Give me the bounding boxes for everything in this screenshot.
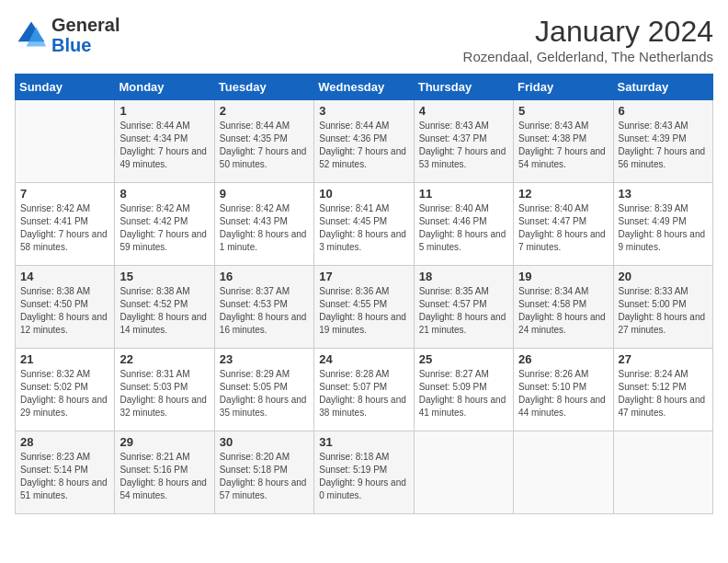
day-number: 19	[518, 270, 608, 283]
day-cell: 19Sunrise: 8:34 AMSunset: 4:58 PMDayligh…	[514, 266, 613, 349]
day-number: 20	[619, 270, 708, 283]
day-info: Sunrise: 8:34 AMSunset: 4:58 PMDaylight:…	[518, 285, 608, 337]
day-info: Sunrise: 8:20 AMSunset: 5:18 PMDaylight:…	[220, 451, 309, 502]
day-cell: 15Sunrise: 8:38 AMSunset: 4:52 PMDayligh…	[115, 266, 214, 349]
day-info: Sunrise: 8:38 AMSunset: 4:52 PMDaylight:…	[119, 285, 209, 337]
day-number: 21	[20, 352, 109, 366]
day-cell: 23Sunrise: 8:29 AMSunset: 5:05 PMDayligh…	[214, 349, 313, 431]
day-cell: 11Sunrise: 8:40 AMSunset: 4:46 PMDayligh…	[414, 183, 513, 266]
day-cell: 30Sunrise: 8:20 AMSunset: 5:18 PMDayligh…	[214, 431, 313, 514]
day-info: Sunrise: 8:36 AMSunset: 4:55 PMDaylight:…	[319, 285, 408, 337]
day-number: 10	[319, 187, 408, 201]
header-thursday: Thursday	[414, 75, 513, 100]
day-number: 23	[220, 352, 309, 366]
calendar-header-row: SundayMondayTuesdayWednesdayThursdayFrid…	[16, 75, 713, 100]
day-info: Sunrise: 8:39 AMSunset: 4:49 PMDaylight:…	[619, 202, 708, 254]
day-cell: 29Sunrise: 8:21 AMSunset: 5:16 PMDayligh…	[115, 431, 214, 514]
day-number: 2	[220, 104, 309, 118]
day-cell	[514, 431, 613, 514]
day-info: Sunrise: 8:40 AMSunset: 4:46 PMDaylight:…	[419, 202, 508, 254]
header-wednesday: Wednesday	[314, 75, 414, 100]
location: Rozendaal, Gelderland, The Netherlands	[463, 49, 713, 64]
day-info: Sunrise: 8:24 AMSunset: 5:12 PMDaylight:…	[619, 368, 708, 419]
day-cell: 2Sunrise: 8:44 AMSunset: 4:35 PMDaylight…	[214, 100, 313, 183]
day-number: 6	[619, 104, 708, 118]
day-cell: 12Sunrise: 8:40 AMSunset: 4:47 PMDayligh…	[514, 183, 613, 266]
title-block: January 2024 Rozendaal, Gelderland, The …	[463, 15, 713, 64]
day-number: 18	[419, 270, 508, 283]
day-cell: 14Sunrise: 8:38 AMSunset: 4:50 PMDayligh…	[16, 266, 115, 349]
day-info: Sunrise: 8:33 AMSunset: 5:00 PMDaylight:…	[619, 285, 708, 337]
day-info: Sunrise: 8:35 AMSunset: 4:57 PMDaylight:…	[419, 285, 508, 337]
day-cell	[613, 431, 712, 514]
header-sunday: Sunday	[16, 75, 115, 100]
header-monday: Monday	[115, 75, 214, 100]
day-number: 11	[419, 187, 508, 201]
day-info: Sunrise: 8:37 AMSunset: 4:53 PMDaylight:…	[220, 285, 309, 337]
day-number: 16	[220, 270, 309, 283]
day-cell: 18Sunrise: 8:35 AMSunset: 4:57 PMDayligh…	[414, 266, 513, 349]
calendar-table: SundayMondayTuesdayWednesdayThursdayFrid…	[15, 74, 713, 514]
day-info: Sunrise: 8:43 AMSunset: 4:37 PMDaylight:…	[419, 120, 508, 171]
day-cell: 22Sunrise: 8:31 AMSunset: 5:03 PMDayligh…	[115, 349, 214, 431]
day-info: Sunrise: 8:43 AMSunset: 4:38 PMDaylight:…	[518, 120, 608, 171]
logo: General Blue	[15, 15, 119, 55]
day-info: Sunrise: 8:40 AMSunset: 4:47 PMDaylight:…	[518, 202, 608, 254]
day-cell: 3Sunrise: 8:44 AMSunset: 4:36 PMDaylight…	[314, 100, 414, 183]
day-number: 3	[319, 104, 408, 118]
day-info: Sunrise: 8:21 AMSunset: 5:16 PMDaylight:…	[119, 451, 209, 502]
day-info: Sunrise: 8:38 AMSunset: 4:50 PMDaylight:…	[20, 285, 109, 337]
day-cell: 16Sunrise: 8:37 AMSunset: 4:53 PMDayligh…	[214, 266, 313, 349]
day-number: 7	[20, 187, 109, 201]
day-info: Sunrise: 8:29 AMSunset: 5:05 PMDaylight:…	[220, 368, 309, 419]
day-number: 30	[220, 435, 309, 449]
day-number: 26	[518, 352, 608, 366]
day-cell: 8Sunrise: 8:42 AMSunset: 4:42 PMDaylight…	[115, 183, 214, 266]
day-number: 31	[319, 435, 408, 449]
day-info: Sunrise: 8:18 AMSunset: 5:19 PMDaylight:…	[319, 451, 408, 502]
day-number: 22	[119, 352, 209, 366]
logo-text: General Blue	[51, 15, 119, 55]
day-cell: 1Sunrise: 8:44 AMSunset: 4:34 PMDaylight…	[115, 100, 214, 183]
day-cell: 5Sunrise: 8:43 AMSunset: 4:38 PMDaylight…	[514, 100, 613, 183]
day-cell: 21Sunrise: 8:32 AMSunset: 5:02 PMDayligh…	[16, 349, 115, 431]
day-cell: 26Sunrise: 8:26 AMSunset: 5:10 PMDayligh…	[514, 349, 613, 431]
week-row-5: 28Sunrise: 8:23 AMSunset: 5:14 PMDayligh…	[16, 431, 713, 514]
day-cell	[414, 431, 513, 514]
day-cell	[16, 100, 115, 183]
day-info: Sunrise: 8:32 AMSunset: 5:02 PMDaylight:…	[20, 368, 109, 419]
day-info: Sunrise: 8:43 AMSunset: 4:39 PMDaylight:…	[619, 120, 708, 171]
day-cell: 24Sunrise: 8:28 AMSunset: 5:07 PMDayligh…	[314, 349, 414, 431]
day-info: Sunrise: 8:44 AMSunset: 4:35 PMDaylight:…	[220, 120, 309, 171]
day-number: 1	[119, 104, 209, 118]
day-info: Sunrise: 8:42 AMSunset: 4:43 PMDaylight:…	[220, 202, 309, 254]
day-number: 17	[319, 270, 408, 283]
day-cell: 25Sunrise: 8:27 AMSunset: 5:09 PMDayligh…	[414, 349, 513, 431]
page-header: General Blue January 2024 Rozendaal, Gel…	[15, 15, 713, 64]
header-friday: Friday	[514, 75, 613, 100]
day-cell: 13Sunrise: 8:39 AMSunset: 4:49 PMDayligh…	[613, 183, 712, 266]
day-info: Sunrise: 8:31 AMSunset: 5:03 PMDaylight:…	[119, 368, 209, 419]
day-cell: 20Sunrise: 8:33 AMSunset: 5:00 PMDayligh…	[613, 266, 712, 349]
day-info: Sunrise: 8:44 AMSunset: 4:34 PMDaylight:…	[119, 120, 209, 171]
logo-icon	[15, 18, 48, 52]
day-cell: 17Sunrise: 8:36 AMSunset: 4:55 PMDayligh…	[314, 266, 414, 349]
day-number: 27	[619, 352, 708, 366]
day-number: 15	[119, 270, 209, 283]
day-info: Sunrise: 8:27 AMSunset: 5:09 PMDaylight:…	[419, 368, 508, 419]
week-row-1: 1Sunrise: 8:44 AMSunset: 4:34 PMDaylight…	[16, 100, 713, 183]
day-number: 8	[119, 187, 209, 201]
day-cell: 6Sunrise: 8:43 AMSunset: 4:39 PMDaylight…	[613, 100, 712, 183]
day-cell: 9Sunrise: 8:42 AMSunset: 4:43 PMDaylight…	[214, 183, 313, 266]
day-cell: 4Sunrise: 8:43 AMSunset: 4:37 PMDaylight…	[414, 100, 513, 183]
day-number: 5	[518, 104, 608, 118]
day-number: 9	[220, 187, 309, 201]
week-row-3: 14Sunrise: 8:38 AMSunset: 4:50 PMDayligh…	[16, 266, 713, 349]
day-cell: 10Sunrise: 8:41 AMSunset: 4:45 PMDayligh…	[314, 183, 414, 266]
day-info: Sunrise: 8:44 AMSunset: 4:36 PMDaylight:…	[319, 120, 408, 171]
day-number: 28	[20, 435, 109, 449]
day-number: 24	[319, 352, 408, 366]
day-number: 29	[119, 435, 209, 449]
day-number: 4	[419, 104, 508, 118]
day-cell: 27Sunrise: 8:24 AMSunset: 5:12 PMDayligh…	[613, 349, 712, 431]
